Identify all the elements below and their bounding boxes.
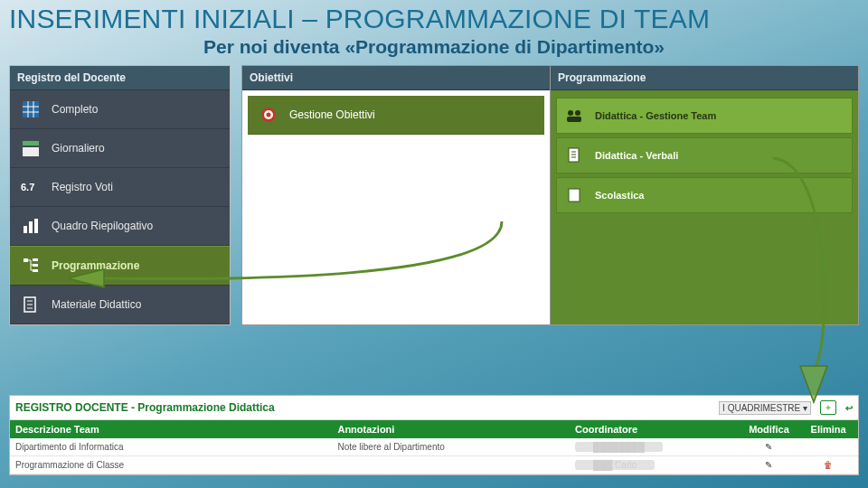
programmazione-didattica-table: REGISTRO DOCENTE - Programmazione Didatt… (9, 395, 859, 475)
score-icon: 6.7 (19, 177, 42, 197)
cell-coord: ███ Carlo (570, 456, 740, 474)
col-ann: Annotazioni (332, 420, 570, 438)
svg-rect-2 (23, 147, 39, 156)
svg-rect-4 (24, 226, 27, 233)
scolastica-item[interactable]: Scolastica (556, 177, 853, 213)
cell-ann: Note libere al Dipartimento (332, 438, 570, 455)
svg-rect-7 (24, 258, 28, 262)
prog-label: Scolastica (595, 190, 644, 201)
grid-icon (19, 99, 42, 119)
svg-rect-17 (567, 117, 581, 122)
menu-programmazione[interactable]: Programmazione (10, 246, 230, 286)
delete-button[interactable] (798, 438, 858, 455)
svg-point-14 (267, 113, 271, 117)
rows-icon (19, 138, 42, 158)
docs-icon (562, 145, 586, 165)
edit-button[interactable]: ✎ (740, 438, 799, 455)
panel3-header: Programmazione (551, 66, 858, 90)
menu-label: Completo (52, 103, 98, 116)
menu-registro-voti[interactable]: 6.7 Registro Voti (10, 168, 230, 207)
svg-rect-1 (23, 141, 39, 145)
target-icon (257, 105, 280, 125)
prog-label: Didattica - Verbali (595, 150, 678, 161)
cell-ann (332, 456, 570, 474)
col-del: Elimina (798, 420, 858, 438)
menu-giornaliero[interactable]: Giornaliero (10, 129, 230, 168)
menu-label: Giornaliero (52, 142, 105, 155)
add-icon[interactable]: ＋ (820, 400, 836, 415)
menu-label: Quadro Riepilogativo (52, 220, 153, 232)
bars-icon (19, 216, 42, 236)
menu-materiale-didattico[interactable]: Materiale Didattico (10, 286, 230, 324)
svg-rect-10 (33, 269, 38, 272)
svg-rect-5 (29, 221, 33, 233)
obj-label: Gestione Obiettivi (289, 108, 375, 121)
panel2-header: Obiettivi (242, 66, 550, 90)
svg-text:6.7: 6.7 (21, 182, 34, 192)
file-icon (562, 185, 586, 205)
period-select[interactable]: I QUADRIMESTRE ▾ (719, 401, 811, 415)
gestione-obiettivi-item[interactable]: Gestione Obiettivi (248, 96, 544, 135)
cell-desc: Programmazione di Classe (10, 456, 332, 474)
programmazione-panel: Programmazione Didattica - Gestione Team… (551, 65, 859, 325)
cell-coord: ████████ (570, 438, 740, 455)
menu-label: Materiale Didattico (52, 298, 141, 311)
col-coord: Coordinatore (570, 420, 740, 438)
svg-rect-8 (33, 258, 38, 261)
svg-point-16 (575, 110, 580, 116)
doc-icon (19, 295, 42, 314)
panel1-header: Registro del Docente (10, 66, 230, 90)
table-title: REGISTRO DOCENTE - Programmazione Didatt… (15, 401, 275, 414)
didattica-verbali-item[interactable]: Didattica - Verbali (556, 137, 853, 174)
svg-rect-19 (569, 189, 580, 202)
didattica-gestione-team-item[interactable]: Didattica - Gestione Team (556, 98, 853, 134)
obiettivi-panel: Obiettivi Gestione Obiettivi (241, 65, 551, 325)
tree-icon (19, 256, 42, 276)
table-row: Dipartimento di Informatica Note libere … (10, 438, 858, 456)
table-header: Descrizione Team Annotazioni Coordinator… (10, 420, 858, 438)
registro-docente-panel: Registro del Docente Completo Giornalier… (9, 65, 231, 325)
page-title: INSERIMENTI INIZIALI – PROGRAMMAZIONE DI… (0, 0, 868, 34)
col-mod: Modifica (740, 420, 799, 438)
menu-label: Programmazione (52, 259, 139, 272)
svg-point-15 (568, 110, 573, 116)
table-row: Programmazione di Classe ███ Carlo ✎ 🗑 (10, 456, 858, 474)
team-icon (562, 106, 586, 126)
menu-label: Registro Voti (52, 181, 113, 193)
svg-rect-0 (23, 101, 39, 117)
svg-rect-9 (33, 264, 38, 267)
svg-rect-6 (34, 219, 38, 233)
edit-button[interactable]: ✎ (740, 456, 799, 474)
prog-label: Didattica - Gestione Team (595, 110, 716, 121)
page-subtitle: Per noi diventa «Programmazione di Dipar… (0, 34, 868, 65)
delete-button[interactable]: 🗑 (798, 456, 858, 474)
col-desc: Descrizione Team (10, 420, 332, 438)
cell-desc: Dipartimento di Informatica (10, 438, 332, 455)
menu-completo[interactable]: Completo (10, 90, 230, 129)
menu-quadro-riepilogativo[interactable]: Quadro Riepilogativo (10, 207, 230, 246)
back-icon[interactable]: ↩ (845, 403, 853, 413)
